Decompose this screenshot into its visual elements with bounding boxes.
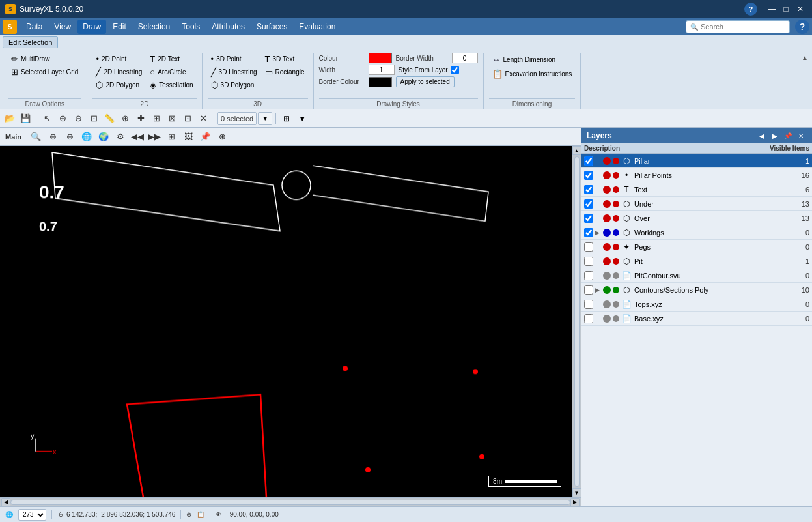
menu-attributes[interactable]: Attributes (206, 20, 250, 34)
3d-polygon-button[interactable]: ⬡ 3D Polygon (208, 79, 260, 91)
layer-row-tops[interactable]: 📄 Tops.xyz 0 (581, 297, 812, 312)
grid-display-button[interactable]: ⊞ (279, 111, 294, 126)
layer-check-pegs[interactable] (584, 242, 593, 252)
map-fwd-button[interactable]: ▶▶ (147, 129, 162, 145)
border-colour-picker[interactable] (369, 77, 392, 87)
map-zoom-in-button[interactable]: ⊕ (45, 129, 61, 145)
help-icon-right[interactable]: ? (795, 20, 809, 34)
select-area-button[interactable]: ⊡ (87, 111, 101, 126)
rectangle-button[interactable]: ▭ Rectangle (262, 66, 308, 78)
length-dimension-button[interactable]: ↔ Length Dimension (489, 53, 576, 66)
excavation-instructions-button[interactable]: 📋 Excavation Instructions (489, 67, 576, 81)
3d-text-button[interactable]: T 3D Text (262, 53, 308, 65)
map-pin-button[interactable]: 📌 (197, 129, 213, 145)
save-file-button[interactable]: 💾 (18, 111, 33, 126)
layer-row-pillar[interactable]: ⬡ Pillar 1 (581, 154, 812, 168)
arc-circle-button[interactable]: ○ Arc/Circle (147, 66, 196, 78)
layer-row-pit[interactable]: ⬡ Pit 1 (581, 254, 812, 268)
search-input[interactable] (701, 23, 785, 31)
menu-surfaces[interactable]: Surfaces (251, 20, 292, 34)
map-globe-button[interactable]: 🌐 (79, 129, 94, 145)
layer-row-pitcontour[interactable]: 📄 PitContour.svu 0 (581, 268, 812, 283)
layer-row-over[interactable]: ⬡ Over 13 (581, 211, 812, 225)
border-width-input[interactable] (452, 53, 478, 63)
viewport-canvas[interactable]: 8m (0, 146, 572, 497)
map-image-button[interactable]: 🖼 (180, 129, 196, 145)
map-globe2-button[interactable]: 🌍 (96, 129, 111, 145)
scroll-down-button[interactable]: ▼ (572, 488, 581, 497)
edit-selection-button[interactable]: Edit Selection (3, 36, 58, 48)
minimize-button[interactable]: — (765, 3, 778, 16)
map-zoom-out-button[interactable]: 🔍 (28, 129, 44, 145)
menu-draw[interactable]: Draw (77, 20, 106, 34)
layer-check-under[interactable] (584, 199, 593, 209)
zoom-level-select[interactable]: 273 (18, 509, 46, 521)
scroll-right-button[interactable]: ▶ (570, 498, 580, 507)
3d-point-button[interactable]: • 3D Point (208, 53, 260, 65)
scroll-left-button[interactable]: ◀ (1, 498, 10, 507)
menu-view[interactable]: View (49, 20, 76, 34)
scroll-track-vertical[interactable] (574, 156, 580, 487)
menu-tools[interactable]: Tools (176, 20, 205, 34)
dropdown2-button[interactable]: ▼ (295, 111, 309, 126)
layers-fwd-button[interactable]: ▶ (769, 130, 781, 141)
layer-expand-contours[interactable]: ▶ (595, 287, 602, 293)
layer-row-under[interactable]: ⬡ Under 13 (581, 197, 812, 211)
map-canvas[interactable] (0, 146, 572, 497)
map-grid-button[interactable]: ⊞ (163, 129, 179, 145)
tessellation-button[interactable]: ◈ Tessellation (147, 79, 196, 91)
colour-picker[interactable] (369, 53, 392, 63)
close-button[interactable]: ✕ (794, 3, 807, 16)
layer-check-pillar-points[interactable] (584, 171, 593, 180)
menu-selection[interactable]: Selection (133, 20, 175, 34)
2d-text-button[interactable]: T 2D Text (147, 53, 196, 65)
scroll-track-horizontal[interactable] (10, 500, 570, 505)
layer-row-pillar-points[interactable]: • Pillar Points 16 (581, 168, 812, 182)
status-extra-btn1[interactable]: ⊕ (186, 511, 191, 518)
layer-check-text[interactable] (584, 185, 593, 194)
menu-data[interactable]: Data (21, 20, 48, 34)
style-from-layer-checkbox[interactable] (451, 66, 459, 74)
layer-check-over[interactable] (584, 214, 593, 223)
map-misc-button[interactable]: ⊕ (214, 129, 230, 145)
layer-check-pillar[interactable] (584, 156, 593, 166)
layer-check-tops[interactable] (584, 300, 593, 309)
snap2-button[interactable]: ✚ (133, 111, 148, 126)
snap3-button[interactable]: ⊞ (149, 111, 163, 126)
snap5-button[interactable]: ⊡ (180, 111, 195, 126)
layer-expand-workings[interactable]: ▶ (595, 229, 602, 236)
apply-to-selected-button[interactable]: Apply to selected (396, 76, 455, 87)
snap-button[interactable]: ⊕ (118, 111, 132, 126)
layers-pin-button[interactable]: 📌 (782, 130, 794, 141)
layer-row-text[interactable]: T Text 6 (581, 182, 812, 197)
2d-polygon-button[interactable]: ⬡ 2D Polygon (92, 79, 145, 91)
maximize-button[interactable]: □ (779, 3, 792, 16)
zoom-in-button[interactable]: ⊕ (55, 111, 70, 126)
2d-linestring-button[interactable]: ╱ 2D Linestring (92, 66, 145, 78)
snap4-button[interactable]: ⊠ (165, 111, 179, 126)
layer-check-pit[interactable] (584, 257, 593, 266)
ribbon-collapse-button[interactable]: ▲ (800, 53, 809, 63)
layer-check-pitcontour[interactable] (584, 271, 593, 280)
layer-check-contours[interactable] (584, 285, 593, 295)
2d-point-button[interactable]: • 2D Point (92, 53, 145, 65)
stop-button[interactable]: ✕ (196, 111, 210, 126)
layer-row-base[interactable]: 📄 Base.xyz 0 (581, 312, 812, 326)
layer-row-contours[interactable]: ▶ ⬡ Contours/Sections Poly 10 (581, 283, 812, 297)
selection-dropdown-button[interactable]: ▼ (258, 112, 272, 125)
menu-edit[interactable]: Edit (107, 20, 132, 34)
layers-back-button[interactable]: ◀ (756, 130, 768, 141)
map-back-button[interactable]: ◀◀ (130, 129, 145, 145)
3d-linestring-button[interactable]: ╱ 3D Linestring (208, 66, 260, 78)
layers-close-button[interactable]: ✕ (795, 130, 807, 141)
cursor-tool-button[interactable]: ↖ (40, 111, 54, 126)
layer-row-workings[interactable]: ▶ ⬡ Workings 0 (581, 225, 812, 240)
selected-layer-grid-button[interactable]: ⊞ Selected Layer Grid (8, 66, 81, 78)
menu-evaluation[interactable]: Evaluation (294, 20, 341, 34)
multidraw-button[interactable]: ✏ MultiDraw (8, 53, 81, 65)
map-settings-button[interactable]: ⚙ (113, 129, 128, 145)
layer-check-base[interactable] (584, 314, 593, 323)
open-file-button[interactable]: 📂 (3, 111, 17, 126)
measure-button[interactable]: 📏 (102, 111, 117, 126)
status-extra-btn2[interactable]: 📋 (197, 511, 204, 518)
